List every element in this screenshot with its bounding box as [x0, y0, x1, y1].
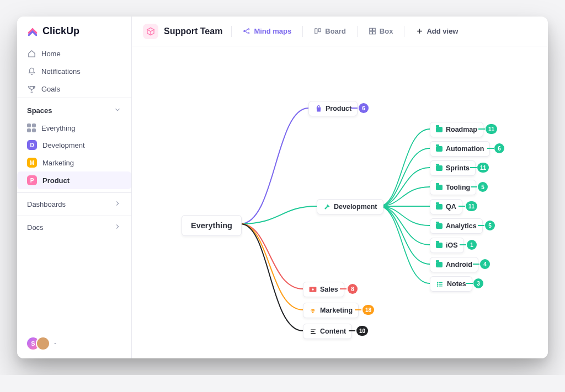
app-window: ClickUp Home Notifications Goals Spaces	[17, 17, 548, 358]
svg-rect-6	[372, 28, 375, 31]
node-label: Product	[326, 105, 351, 112]
node-count: 18	[363, 305, 374, 315]
space-item-label: Marketing	[42, 159, 74, 167]
text-icon	[309, 327, 317, 335]
space-item-everything[interactable]: Everything	[17, 120, 131, 136]
mindmap-node-child[interactable]: Automation	[430, 141, 490, 157]
folder-icon	[436, 223, 443, 229]
space-badge: D	[27, 140, 37, 150]
view-tab-label: Box	[380, 27, 393, 35]
home-icon	[27, 49, 36, 58]
svg-point-1	[248, 29, 249, 30]
node-count: 6	[494, 143, 504, 153]
money-icon	[309, 286, 317, 293]
mindmap-canvas[interactable]: Everything Product 6 Development	[132, 46, 548, 358]
space-item-marketing[interactable]: M Marketing	[17, 154, 131, 171]
connector-tick	[487, 148, 494, 149]
node-label: iOS	[446, 241, 458, 249]
mindmap-node-child[interactable]: Roadmap	[430, 122, 483, 137]
spaces-header[interactable]: Spaces	[17, 104, 131, 120]
svg-point-14	[437, 286, 438, 286]
connector-tick	[340, 288, 347, 289]
mindmap-node-product[interactable]: Product	[308, 101, 358, 116]
view-tab-label: Mind maps	[254, 27, 291, 35]
space-item-label: Everything	[41, 124, 75, 132]
node-count: 11	[466, 201, 477, 211]
svg-point-10	[312, 288, 314, 291]
connector-tick	[478, 128, 485, 130]
svg-rect-8	[372, 31, 375, 34]
mindmap-node-child[interactable]: Analytics	[430, 218, 483, 234]
node-label: Sales	[320, 286, 338, 293]
sidebar-item-dashboards[interactable]: Dashboards	[17, 192, 131, 216]
sidebar-item-label: Docs	[27, 223, 44, 232]
mindmap-node-child[interactable]: Sprints	[430, 160, 476, 176]
folder-icon	[436, 204, 443, 210]
mindmap-node-child[interactable]: QA	[430, 199, 462, 214]
mindmap-node-development[interactable]: Development	[317, 199, 383, 214]
cube-icon	[143, 24, 158, 39]
view-tab-box[interactable]: Box	[363, 24, 399, 39]
svg-rect-4	[318, 29, 321, 32]
mindmap-node-child[interactable]: iOS	[430, 238, 464, 253]
svg-point-11	[312, 312, 313, 313]
sidebar-item-home[interactable]: Home	[17, 45, 131, 62]
sidebar-item-docs[interactable]: Docs	[17, 216, 131, 239]
hammer-icon	[323, 203, 331, 211]
view-tab-label: Board	[325, 27, 346, 35]
svg-point-0	[244, 30, 245, 31]
list-icon	[436, 280, 444, 288]
node-label: Marketing	[320, 307, 353, 314]
sidebar-item-label: Home	[41, 50, 61, 58]
node-count: 1	[467, 240, 477, 250]
folder-icon	[436, 243, 443, 248]
connector-tick	[478, 225, 484, 226]
sidebar-item-notifications[interactable]: Notifications	[17, 62, 131, 80]
mindmap-root[interactable]: Everything	[182, 215, 242, 236]
chevron-right-icon	[114, 200, 121, 209]
node-count: 3	[473, 278, 483, 288]
mindmap-node-marketing[interactable]: Marketing	[303, 303, 359, 318]
space-title-text: Support Team	[164, 26, 222, 36]
avatar[interactable]	[36, 336, 50, 351]
trophy-icon	[27, 84, 36, 93]
node-label: Analytics	[446, 222, 477, 230]
divider	[404, 26, 404, 37]
mindmap-node-child[interactable]: Notes	[430, 276, 472, 292]
space-title[interactable]: Support Team	[140, 22, 226, 41]
node-label: Roadmap	[446, 126, 477, 133]
mindmap-node-content[interactable]: Content	[303, 324, 352, 339]
view-tab-board[interactable]: Board	[308, 24, 351, 39]
chevron-down-icon	[52, 340, 58, 348]
app-logo[interactable]: ClickUp	[17, 17, 131, 45]
sidebar-item-label: Goals	[41, 85, 60, 93]
node-label: Tooling	[446, 184, 470, 191]
node-label: Automation	[446, 145, 484, 153]
folder-icon	[436, 262, 443, 267]
svg-rect-3	[315, 29, 317, 34]
mindmap-node-child[interactable]: Tooling	[430, 180, 476, 195]
mindmap-icon	[243, 28, 250, 35]
spaces-header-label: Spaces	[27, 106, 52, 115]
space-item-development[interactable]: D Development	[17, 136, 131, 154]
sidebar-item-label: Dashboards	[27, 200, 66, 208]
sidebar-item-goals[interactable]: Goals	[17, 80, 131, 98]
bell-icon	[27, 67, 36, 76]
wifi-icon	[309, 307, 317, 314]
board-icon	[314, 28, 322, 35]
space-item-product[interactable]: P Product	[17, 171, 131, 189]
spaces-section: Spaces Everything D Development M Market…	[17, 98, 131, 192]
connector-tick	[355, 309, 361, 310]
add-view-button[interactable]: Add view	[410, 24, 463, 39]
mindmap-node-sales[interactable]: Sales	[303, 282, 344, 297]
folder-icon	[436, 146, 443, 152]
divider	[302, 26, 303, 37]
user-avatars[interactable]: S	[17, 329, 131, 358]
view-tab-mindmaps[interactable]: Mind maps	[237, 24, 297, 39]
mindmap-node-child[interactable]: Android	[430, 257, 478, 272]
node-count: 8	[348, 284, 358, 294]
folder-icon	[436, 127, 443, 132]
sidebar-item-label: Notifications	[41, 67, 81, 76]
node-label: QA	[446, 203, 456, 211]
main-panel: Support Team Mind maps Board	[132, 17, 548, 358]
